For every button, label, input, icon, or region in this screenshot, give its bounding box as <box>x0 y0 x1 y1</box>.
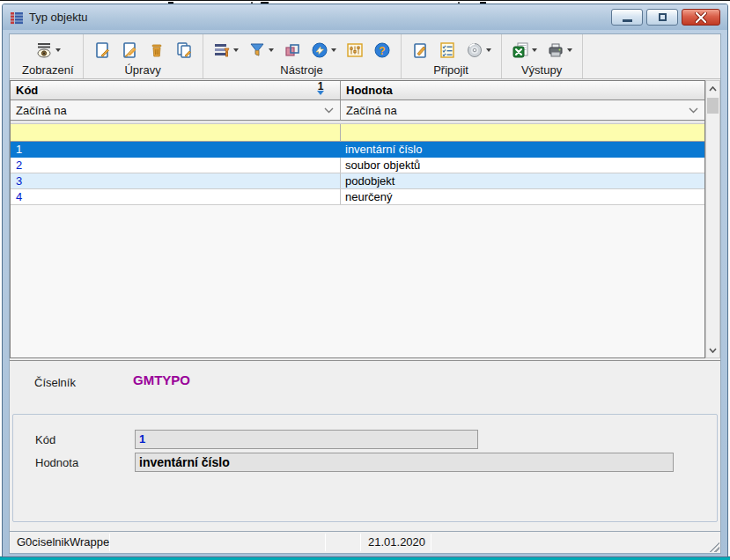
filter-funnel-icon <box>248 41 266 59</box>
grid-empty-area <box>11 205 704 357</box>
status-bar: G0ciselnikWrapper 21.01.2020 <box>10 531 720 553</box>
dropdown-caret-icon <box>55 48 61 52</box>
column-header-label: Kód <box>16 84 38 97</box>
window-content: Zobrazení <box>9 33 721 554</box>
dropdown-caret-icon <box>233 48 239 52</box>
settings-sliders-icon <box>346 41 364 59</box>
column-header-hodnota[interactable]: Hodnota <box>341 81 704 100</box>
checklist-icon <box>439 41 456 59</box>
cell-kod[interactable]: 4 <box>11 189 341 204</box>
scroll-down-button[interactable] <box>706 343 719 357</box>
kod-field: 1 <box>135 430 478 449</box>
grid-filter-input-row <box>11 124 704 142</box>
maximize-button[interactable] <box>646 9 678 26</box>
status-empty <box>110 532 325 553</box>
history-clock-icon <box>311 41 328 59</box>
filter-input-kod[interactable] <box>11 124 341 142</box>
new-record-button[interactable] <box>92 41 112 60</box>
filter-button[interactable] <box>247 41 275 60</box>
view-eye-icon <box>35 41 53 59</box>
window-typ-objektu: Typ objektu <box>2 4 728 557</box>
table-row[interactable]: 4 neurčený <box>11 189 704 205</box>
hodnota-field: inventární číslo <box>135 453 674 472</box>
sort-indicator: 1 <box>315 82 326 95</box>
filter-combo-hodnota[interactable]: Začíná na <box>341 100 704 121</box>
table-actions-button[interactable] <box>212 41 240 60</box>
delete-record-button[interactable] <box>147 41 166 60</box>
settings-button[interactable] <box>345 41 365 60</box>
disc-icon <box>466 41 483 59</box>
copy-record-icon <box>175 41 193 59</box>
dropdown-caret-icon <box>486 48 491 52</box>
cell-hodnota[interactable]: soubor objektů <box>341 158 704 173</box>
help-button[interactable]: ? <box>372 41 392 60</box>
column-header-kod[interactable]: Kód 1 <box>11 81 341 100</box>
vertical-scrollbar[interactable] <box>705 80 720 358</box>
history-button[interactable] <box>310 41 337 60</box>
table-actions-icon <box>213 41 231 59</box>
excel-export-icon <box>512 41 529 59</box>
filter-input-hodnota[interactable] <box>341 124 704 142</box>
excel-export-button[interactable] <box>511 41 538 60</box>
print-button[interactable] <box>546 41 573 60</box>
dropdown-caret-icon <box>269 48 274 52</box>
checklist-button[interactable] <box>438 41 457 60</box>
detail-groupbox: Kód 1 Hodnota inventární číslo <box>12 414 718 522</box>
status-date: 21.01.2020 <box>361 532 431 553</box>
toolbar-group-label: Výstupy <box>521 63 562 77</box>
copy-record-button[interactable] <box>174 41 194 60</box>
grid-filter-row: Začíná na Začíná na <box>11 100 704 121</box>
close-icon <box>695 12 707 23</box>
table-row[interactable]: 3 podobjekt <box>11 173 704 189</box>
view-button[interactable] <box>34 41 62 60</box>
svg-text:?: ? <box>379 45 385 57</box>
disc-button[interactable] <box>465 41 492 60</box>
grid-header: Kód 1 Hodnota <box>11 81 704 100</box>
edit-record-button[interactable] <box>120 41 139 60</box>
toolbar-group-label: Nástroje <box>280 63 322 77</box>
toolbar-group-label: Úpravy <box>124 63 160 77</box>
toolbar-group-label: Připojit <box>433 63 468 77</box>
scroll-up-button[interactable] <box>706 81 719 96</box>
print-icon <box>547 41 564 59</box>
table-row[interactable]: 1 inventární číslo <box>11 142 704 158</box>
status-empty <box>431 532 720 553</box>
cell-kod[interactable]: 3 <box>11 173 341 188</box>
toolbar-group-pripojit: Připojit <box>402 34 502 78</box>
layers-button[interactable] <box>283 41 302 60</box>
kod-field-label: Kód <box>35 433 55 446</box>
table-row[interactable]: 2 soubor objektů <box>11 158 704 173</box>
dropdown-caret-icon <box>532 48 537 52</box>
toolbar-group-upravy: Úpravy <box>84 34 203 78</box>
maximize-icon <box>659 13 667 21</box>
titlebar[interactable]: Typ objektu <box>3 4 727 30</box>
cell-hodnota[interactable]: inventární číslo <box>341 142 704 157</box>
cell-hodnota[interactable]: neurčený <box>341 189 704 204</box>
chevron-down-icon <box>709 348 717 353</box>
detail-panel: Číselník GMTYPO Kód 1 Hodnota inventární… <box>10 360 720 531</box>
delete-record-icon <box>148 41 166 59</box>
data-grid: Kód 1 Hodnota Začíná na <box>10 80 720 358</box>
filter-combo-value: Začíná na <box>16 104 67 117</box>
close-button[interactable] <box>682 9 720 26</box>
minimize-button[interactable] <box>611 9 643 26</box>
filter-combo-value: Začíná na <box>346 104 397 117</box>
scrollbar-thumb[interactable] <box>707 98 719 114</box>
grid-table: Kód 1 Hodnota Začíná na <box>10 80 705 358</box>
toolbar-group-nastroje: ? Nástroje <box>203 34 402 78</box>
status-empty <box>326 532 360 553</box>
screen: Typ objektu <box>0 0 730 560</box>
chevron-down-icon <box>324 107 334 114</box>
chevron-up-icon <box>709 86 717 92</box>
window-controls <box>611 9 720 26</box>
dropdown-caret-icon <box>567 48 572 52</box>
chevron-down-icon <box>689 107 698 114</box>
cell-kod[interactable]: 2 <box>11 158 341 173</box>
dropdown-caret-icon <box>331 48 336 52</box>
cell-kod[interactable]: 1 <box>11 142 341 157</box>
note-button[interactable] <box>410 41 430 60</box>
layers-icon <box>284 41 301 59</box>
filter-combo-kod[interactable]: Začíná na <box>11 100 341 121</box>
cell-hodnota[interactable]: podobjekt <box>341 173 704 188</box>
toolbar-group-label: Zobrazení <box>22 63 74 77</box>
